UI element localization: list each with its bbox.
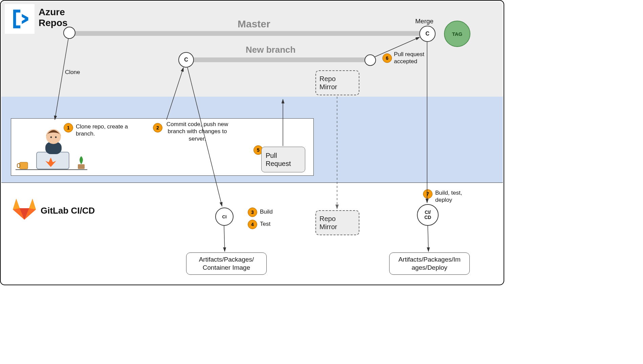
svg-point-5 [55,137,57,138]
ci-node: CI [215,208,234,226]
step-1-text: Clone repo, create a branch. [76,123,133,138]
merge-label: Merge [415,18,434,25]
cicd-node: CI/ CD [417,204,439,226]
azure-logo-box [5,4,35,34]
step-3-badge: 3 [248,208,257,217]
repo-mirror-bottom-text: Repo Mirror [319,215,337,231]
svg-rect-8 [78,164,85,169]
tag-node: TAG [444,21,470,47]
artifacts-ci-text: Artifacts/Packages/ Container Image [199,256,254,272]
step-3-text: Build [260,208,273,215]
step-4-badge: 4 [248,220,257,229]
branch-end-node [364,54,376,66]
pull-request-text: Pull Request [266,151,291,168]
merge-node: C [419,26,436,42]
azure-title: Azure Repos [39,7,68,28]
repo-mirror-top-text: Repo Mirror [319,75,337,91]
step-6-text: Pull request accepted [394,51,431,65]
step-1-badge: 1 [64,123,73,132]
clone-label: Clone [65,69,80,76]
repo-mirror-bottom: Repo Mirror [315,210,359,235]
gitlab-title: GitLab CI/CD [41,205,95,216]
step-6-badge: 6 [382,53,392,63]
commit-node: C [178,52,194,68]
diagram-canvas: Azure Repos Master New branch Merge C C … [0,0,504,285]
artifacts-cd-box: Artifacts/Packages/Im ages/Deploy [389,252,470,275]
step-2-text: Commit code, push new branch with change… [165,121,229,142]
gitlab-icon [11,195,38,221]
step-4-text: Test [260,220,270,227]
pull-request-box: Pull Request [261,147,305,172]
svg-rect-1 [37,152,69,169]
new-branch-line [187,57,370,62]
repo-mirror-top: Repo Mirror [315,70,359,95]
master-start-node [63,27,75,39]
step-2-badge: 2 [153,123,162,132]
step-7-badge: 7 [423,189,433,199]
artifacts-ci-box: Artifacts/Packages/ Container Image [186,252,267,275]
svg-rect-6 [20,162,28,169]
artifacts-cd-text: Artifacts/Packages/Im ages/Deploy [398,256,461,272]
azure-repos-icon [8,7,31,30]
new-branch-label: New branch [246,45,295,55]
svg-point-4 [50,137,52,138]
step-7-text: Build, test, deploy [435,189,469,204]
master-branch-line [68,31,425,36]
master-label: Master [238,18,270,30]
